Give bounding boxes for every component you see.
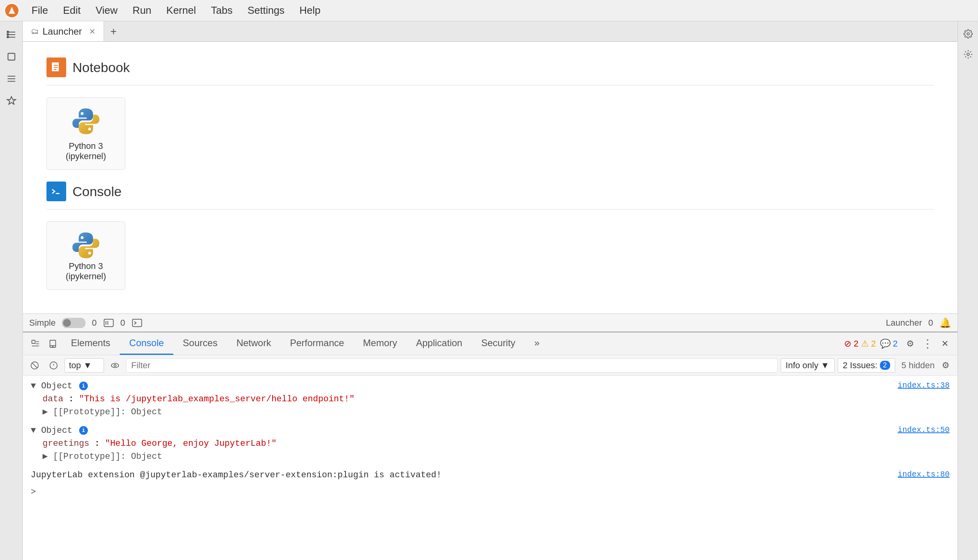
context-value: top [69, 360, 81, 371]
devtools-panel: Elements Console Sources Network Perform… [23, 332, 958, 560]
expand-1[interactable]: ▼ [31, 381, 36, 391]
proto-expand-1[interactable]: ▶ [43, 407, 48, 417]
python3-notebook-card[interactable]: Python 3 (ipykernel) [46, 97, 125, 170]
sidebar-item-extensions[interactable] [2, 91, 21, 110]
info-only-label: Info only [786, 360, 818, 371]
status-num2: 0 [121, 318, 125, 328]
status-launcher-label: Launcher [886, 318, 922, 328]
warn-icon: ⚠ [861, 339, 869, 349]
proto-expand-2[interactable]: ▶ [43, 452, 48, 462]
info-badge-1: i [79, 382, 88, 390]
svg-point-10 [88, 128, 91, 130]
obj-proto-2: ▶ [[Prototype]]: Object [43, 450, 890, 463]
right-icon-gear2[interactable] [959, 46, 977, 63]
svg-line-24 [32, 363, 37, 368]
console-section-header: Console [46, 182, 934, 201]
devtools-tab-memory[interactable]: Memory [354, 332, 407, 355]
devtools-inspect-icon[interactable] [27, 335, 44, 352]
notebook-section-icon [46, 57, 66, 77]
devtools-tab-console[interactable]: Console [120, 332, 173, 355]
console-output: ▼ Object i data : "This is /jupyterlab_e… [23, 376, 958, 560]
console-kernels: Python 3 (ipykernel) [46, 221, 934, 290]
bell-icon[interactable]: 🔔 [939, 317, 951, 328]
svg-point-9 [81, 112, 84, 115]
kernel-status-icon [103, 317, 114, 328]
expand-2[interactable]: ▼ [31, 426, 36, 436]
obj-val-2: "Hello George, enjoy JupyterLab!" [105, 439, 277, 449]
devtools-tab-more[interactable]: » [525, 332, 549, 355]
launcher-tab-icon: 🗂 [31, 27, 39, 36]
devtools-tabbar: Elements Console Sources Network Perform… [23, 332, 958, 355]
svg-rect-2 [7, 33, 9, 35]
console-clear-btn[interactable] [27, 358, 43, 373]
devtools-settings-icon[interactable]: ⚙ [902, 335, 919, 352]
info-badge-2: i [79, 426, 88, 435]
menu-file[interactable]: File [25, 3, 54, 18]
context-selector[interactable]: top ▼ [65, 358, 104, 373]
svg-rect-4 [8, 53, 15, 60]
svg-point-30 [967, 33, 969, 35]
menu-run[interactable]: Run [126, 3, 158, 18]
svg-point-12 [81, 236, 84, 239]
notebook-divider [46, 85, 934, 85]
log-text-3: JupyterLab extension @jupyterlab-example… [31, 469, 442, 482]
log-link-3[interactable]: index.ts:80 [898, 469, 950, 480]
console-toolbar: top ▼ Info only ▼ 2 [23, 355, 958, 376]
msg-count: 2 [893, 339, 898, 349]
obj-prop-1: data : "This is /jupyterlab_examples_ser… [43, 393, 890, 406]
console-settings-btn[interactable]: ⚙ [938, 358, 954, 373]
issues-label: 2 Issues: [843, 360, 878, 371]
console-eye-btn[interactable] [107, 358, 123, 373]
devtools-close-icon[interactable]: ✕ [936, 335, 954, 352]
simple-toggle[interactable] [62, 318, 85, 328]
notebook-section-title: Notebook [72, 60, 130, 75]
menu-kernel[interactable]: Kernel [160, 3, 202, 18]
python3-console-card[interactable]: Python 3 (ipykernel) [46, 221, 125, 290]
menu-settings[interactable]: Settings [241, 3, 291, 18]
obj-label-1: Object [41, 381, 77, 391]
console-section-title: Console [72, 184, 122, 199]
svg-point-28 [111, 363, 119, 367]
devtools-tab-performance[interactable]: Performance [280, 332, 353, 355]
notebook-section-header: Notebook [46, 57, 934, 77]
menu-tabs[interactable]: Tabs [204, 3, 239, 18]
new-tab-button[interactable]: + [104, 22, 123, 41]
obj-proto-1: ▶ [[Prototype]]: Object [43, 406, 890, 419]
console-filter-input[interactable] [126, 358, 778, 373]
tab-close-icon[interactable]: ✕ [89, 27, 96, 36]
svg-rect-14 [104, 319, 113, 326]
log-entry-3: JupyterLab extension @jupyterlab-example… [31, 469, 950, 482]
tab-bar: 🗂 Launcher ✕ + [23, 21, 958, 42]
sidebar-item-files[interactable] [2, 25, 21, 44]
log-link-1[interactable]: index.ts:38 [898, 380, 950, 391]
info-only-selector[interactable]: Info only ▼ [781, 358, 835, 373]
msg-icon: 💬 [880, 339, 891, 349]
svg-rect-3 [7, 36, 9, 38]
launcher-panel: Notebook [23, 42, 958, 313]
svg-rect-1 [7, 31, 9, 33]
console-preserve-log-btn[interactable] [46, 358, 61, 373]
devtools-tab-sources[interactable]: Sources [173, 332, 227, 355]
devtools-tab-elements[interactable]: Elements [61, 332, 120, 355]
python3-notebook-label: Python 3 (ipykernel) [51, 141, 121, 161]
devtools-tab-network[interactable]: Network [227, 332, 280, 355]
menu-edit[interactable]: Edit [57, 3, 87, 18]
console-prompt-line: > [31, 486, 950, 499]
console-prompt: > [31, 487, 36, 497]
menu-view[interactable]: View [89, 3, 124, 18]
log-link-2[interactable]: index.ts:50 [898, 424, 950, 436]
terminal-status-icon [132, 317, 143, 328]
devtools-more-icon[interactable]: ⋮ [919, 335, 936, 352]
devtools-tab-application[interactable]: Application [406, 332, 471, 355]
tab-launcher[interactable]: 🗂 Launcher ✕ [23, 21, 104, 41]
devtools-device-icon[interactable] [44, 335, 61, 352]
right-icon-settings[interactable] [959, 25, 977, 43]
menu-help[interactable]: Help [293, 3, 327, 18]
sidebar-item-running[interactable] [2, 47, 21, 66]
sidebar-item-toc[interactable] [2, 69, 21, 88]
devtools-tab-security[interactable]: Security [472, 332, 525, 355]
status-bar: Simple 0 0 Launcher 0 🔔 [23, 313, 958, 332]
svg-point-31 [967, 53, 969, 56]
simple-label: Simple [29, 318, 56, 328]
obj-label-2: Object [41, 426, 77, 436]
